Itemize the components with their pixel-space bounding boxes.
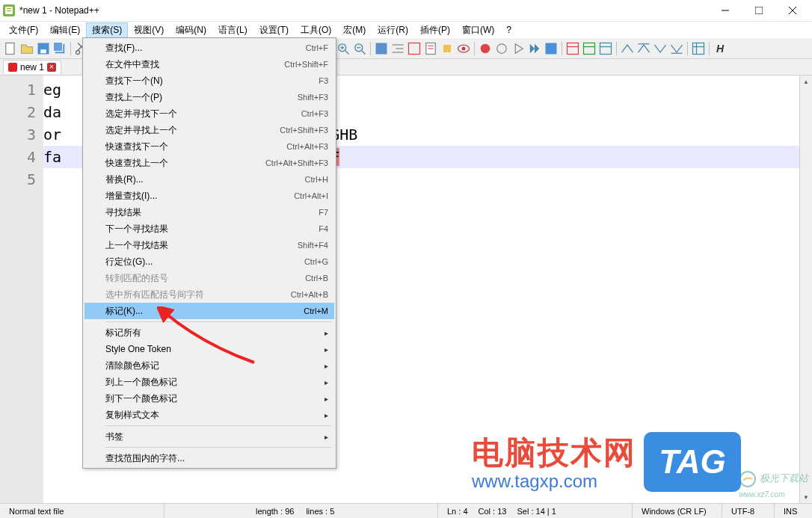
chevron-right-icon: ▸ — [325, 378, 328, 386]
status-eol[interactable]: Windows (CR LF) — [633, 504, 722, 518]
menu-file[interactable]: 文件(F) — [3, 22, 44, 38]
new-file-icon[interactable] — [3, 41, 18, 56]
app-icon — [3, 4, 15, 16]
svg-point-35 — [481, 43, 490, 53]
svg-rect-32 — [443, 45, 451, 52]
toolbar-separator — [474, 42, 475, 55]
status-mode[interactable]: INS — [775, 504, 812, 518]
menu-sel-find-next[interactable]: 选定并寻找下一个Ctrl+F3 — [84, 105, 334, 122]
stop-icon[interactable] — [494, 41, 509, 56]
menu-mark[interactable]: 标记(K)...Ctrl+M — [84, 303, 334, 319]
line-numbers: 1 2 3 4 5 — [0, 75, 43, 504]
statusbar: Normal text file length : 96 lines : 5 L… — [0, 503, 812, 518]
h-icon[interactable]: H — [713, 41, 728, 56]
open-file-icon[interactable] — [19, 41, 34, 56]
play-icon[interactable] — [511, 41, 526, 56]
t1-icon[interactable] — [565, 41, 580, 56]
menu-find-next[interactable]: 查找下一个(N)F3 — [84, 73, 334, 89]
svg-rect-42 — [600, 43, 612, 54]
outdent-icon[interactable] — [407, 41, 422, 56]
maximize-button[interactable] — [742, 0, 775, 21]
c1-icon[interactable] — [620, 41, 635, 56]
menu-goto-line[interactable]: 行定位(G)...Ctrl+G — [84, 253, 334, 270]
menu-find-prev[interactable]: 查找上一个(P)Shift+F3 — [84, 89, 334, 105]
menu-run[interactable]: 运行(R) — [372, 22, 414, 38]
titlebar: *new 1 - Notepad++ — [0, 0, 812, 22]
save-all-icon[interactable] — [52, 41, 67, 56]
menu-settings[interactable]: 设置(T) — [253, 22, 295, 38]
menu-results[interactable]: 寻找结果F7 — [84, 204, 334, 221]
menu-clear-marks[interactable]: 清除颜色标记▸ — [84, 357, 334, 374]
svg-rect-12 — [53, 42, 63, 52]
scroll-up-icon[interactable]: ▲ — [800, 75, 812, 88]
toolbar-separator — [562, 42, 562, 55]
menu-prev-result[interactable]: 上一个寻找结果Shift+F4 — [84, 237, 334, 253]
menu-find[interactable]: 查找(F)...Ctrl+F — [84, 40, 334, 56]
indent-icon[interactable] — [390, 41, 405, 56]
menu-window[interactable]: 窗口(W) — [456, 22, 500, 38]
t3-icon[interactable] — [598, 41, 613, 56]
chevron-right-icon: ▸ — [325, 329, 328, 337]
c4-icon[interactable] — [669, 41, 684, 56]
doc-icon[interactable] — [423, 41, 438, 56]
menu-sel-find-prev[interactable]: 选定并寻找上一个Ctrl+Shift+F3 — [84, 122, 334, 138]
menu-next-mark[interactable]: 到下一个颜色标记▸ — [84, 390, 334, 407]
close-button[interactable] — [775, 0, 809, 21]
menu-help[interactable]: ? — [500, 23, 517, 37]
menu-sel-bracket: 选中所有匹配括号间字符Ctrl+Alt+B — [84, 286, 334, 303]
menu-macro[interactable]: 宏(M) — [337, 22, 372, 38]
fast-icon[interactable] — [527, 41, 542, 56]
save-icon[interactable] — [36, 41, 51, 56]
svg-rect-28 — [409, 43, 420, 54]
toolbar-separator — [616, 42, 617, 55]
menu-language[interactable]: 语言(L) — [212, 22, 253, 38]
menu-encoding[interactable]: 编码(N) — [170, 22, 212, 38]
menubar: 文件(F) 编辑(E) 搜索(S) 视图(V) 编码(N) 语言(L) 设置(T… — [0, 22, 812, 38]
c5-icon[interactable] — [691, 41, 706, 56]
record-icon[interactable] — [478, 41, 493, 56]
save-macro-icon[interactable] — [544, 41, 559, 56]
svg-rect-46 — [693, 43, 704, 54]
menu-replace[interactable]: 替换(R)...Ctrl+H — [84, 171, 334, 188]
minimize-button[interactable] — [708, 0, 742, 21]
menu-bookmark[interactable]: 书签▸ — [84, 428, 334, 445]
c3-icon[interactable] — [653, 41, 668, 56]
menu-find-range[interactable]: 查找范围内的字符... — [84, 450, 334, 466]
close-tab-icon[interactable]: × — [47, 63, 56, 72]
toolbar-separator — [687, 42, 688, 55]
menu-quick-next[interactable]: 快速查找下一个Ctrl+Alt+F3 — [84, 138, 334, 155]
svg-rect-3 — [7, 10, 11, 11]
menu-tools[interactable]: 工具(O) — [295, 22, 337, 38]
menu-view[interactable]: 视图(V) — [128, 22, 170, 38]
menu-copy-style[interactable]: 复制样式文本▸ — [84, 407, 334, 423]
menu-quick-prev[interactable]: 快速查找上一个Ctrl+Alt+Shift+F3 — [84, 155, 334, 171]
fold-icon[interactable] — [440, 41, 455, 56]
zoom-in-icon[interactable] — [336, 41, 351, 56]
menu-prev-mark[interactable]: 到上一个颜色标记▸ — [84, 374, 334, 390]
toolbar-separator — [70, 42, 71, 55]
vertical-scrollbar[interactable]: ▲ ▼ — [799, 75, 812, 504]
zoom-out-icon[interactable] — [352, 41, 367, 56]
wrap-icon[interactable] — [374, 41, 389, 56]
svg-point-34 — [462, 46, 466, 50]
menu-edit[interactable]: 编辑(E) — [44, 22, 86, 38]
menu-plugins[interactable]: 插件(P) — [414, 22, 456, 38]
menu-separator — [105, 447, 331, 448]
status-encoding[interactable]: UTF-8 — [722, 504, 775, 518]
c2-icon[interactable] — [636, 41, 651, 56]
t2-icon[interactable] — [582, 41, 597, 56]
menu-search[interactable]: 搜索(S) — [86, 22, 128, 38]
watermark-tagxp: 电脑技术网 www.tagxp.com TAG — [472, 432, 741, 492]
menu-style-one[interactable]: Style One Token▸ — [84, 341, 334, 357]
menu-inc-search[interactable]: 增量查找(I)...Ctrl+Alt+I — [84, 188, 334, 204]
eye-icon[interactable] — [456, 41, 471, 56]
menu-next-result[interactable]: 下一个寻找结果F4 — [84, 221, 334, 237]
svg-point-36 — [497, 43, 507, 53]
file-tab[interactable]: new 1 × — [3, 60, 61, 74]
menu-mark-all[interactable]: 标记所有▸ — [84, 324, 334, 341]
status-filetype: Normal text file — [0, 504, 164, 518]
menu-find-in-files[interactable]: 在文件中查找Ctrl+Shift+F — [84, 56, 334, 73]
chevron-right-icon: ▸ — [325, 395, 328, 403]
tab-label: new 1 — [20, 62, 44, 73]
svg-rect-38 — [568, 43, 579, 54]
